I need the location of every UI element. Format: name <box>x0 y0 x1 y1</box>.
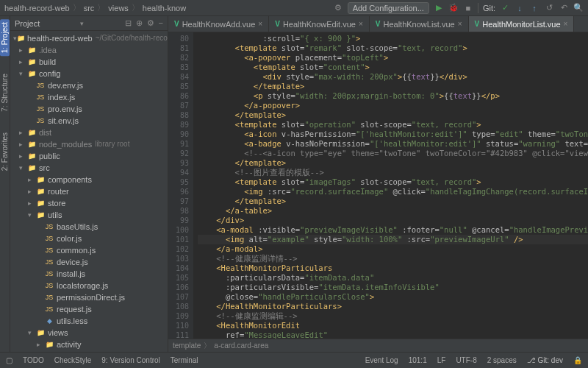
tree-row[interactable]: ▸📁node_moduleslibrary root <box>10 138 168 150</box>
tree-row[interactable]: JScolor.js <box>10 233 168 244</box>
locate-icon[interactable]: ⊕ <box>136 18 143 28</box>
tree-row[interactable]: JSdev.env.js <box>10 79 168 91</box>
expand-arrow-icon[interactable]: ▸ <box>28 185 35 197</box>
tree-row[interactable]: JSpro.env.js <box>10 103 168 115</box>
toolwindow-tab[interactable]: 1: Project <box>0 19 10 56</box>
expand-arrow-icon[interactable]: ▸ <box>19 56 26 68</box>
editor-tab[interactable]: VHealthMonitorList.vue× <box>469 16 575 32</box>
tree-row[interactable]: ▾📁config <box>10 68 168 79</box>
toolwindow-tab[interactable]: 7: Structure <box>0 71 10 115</box>
breadcrumb-segment[interactable]: views <box>108 4 129 13</box>
encoding[interactable]: UTF-8 <box>456 356 476 364</box>
bottom-toolwindow-tab[interactable]: CheckStyle <box>54 356 92 364</box>
expand-arrow-icon[interactable]: ▾ <box>19 68 26 79</box>
editor-body[interactable]: 8081828384858687888990919293949596979899… <box>168 32 588 339</box>
tree-row[interactable]: ▾📁health-record-web~/GitCode/health-reco… <box>10 32 168 44</box>
expand-arrow-icon[interactable]: ▸ <box>28 174 35 185</box>
line-sep[interactable]: LF <box>437 356 446 364</box>
expand-arrow-icon[interactable]: ▾ <box>19 162 26 174</box>
expand-arrow-icon[interactable]: ▸ <box>19 150 26 162</box>
toolwindow-tab[interactable]: 2: Favorites <box>0 130 10 174</box>
event-log[interactable]: Event Log <box>365 356 398 364</box>
vcs-update-icon[interactable]: ✓ <box>500 3 510 13</box>
file-icon: 📁 <box>26 127 37 138</box>
tree-row[interactable]: ▸📁store <box>10 197 168 209</box>
close-icon[interactable]: × <box>458 20 462 28</box>
vcs-history-icon[interactable]: ↺ <box>544 3 554 13</box>
tree-row[interactable]: ▸📁components <box>10 174 168 185</box>
breadcrumb-segment[interactable]: src <box>84 4 95 13</box>
hide-icon[interactable]: − <box>159 18 163 28</box>
tree-row[interactable]: ▾📁views <box>10 327 168 339</box>
project-view-dropdown-icon[interactable]: ▾ <box>80 20 84 27</box>
hammer-icon[interactable]: ⚙ <box>333 3 343 13</box>
toolwindow-quick[interactable]: ▢ <box>6 356 12 364</box>
tree-row[interactable]: ◆utils.less <box>10 315 168 327</box>
tree-row[interactable]: JSpermissionDirect.js <box>10 291 168 303</box>
file-icon: JS <box>35 79 46 91</box>
expand-arrow-icon[interactable]: ▸ <box>19 138 26 150</box>
close-icon[interactable]: × <box>258 20 262 28</box>
tree-row[interactable]: JSsit.env.js <box>10 115 168 127</box>
expand-arrow-icon[interactable]: ▸ <box>19 44 26 56</box>
editor-breadcrumb-segment[interactable]: template <box>173 342 201 350</box>
bottom-toolwindow-tab[interactable]: TODO <box>23 356 44 364</box>
expand-arrow-icon[interactable]: ▸ <box>37 339 44 350</box>
tree-row[interactable]: JSdevice.js <box>10 256 168 268</box>
tree-row[interactable]: JSrequest.js <box>10 303 168 315</box>
run-config-dropdown[interactable]: Add Configuration... <box>348 2 429 14</box>
tree-row[interactable]: JSbaseUtils.js <box>10 221 168 233</box>
stop-icon[interactable]: ■ <box>463 3 473 13</box>
tree-row[interactable]: ▸📁article <box>10 350 168 352</box>
close-icon[interactable]: × <box>564 20 568 28</box>
tree-row[interactable]: ▾📁src <box>10 162 168 174</box>
editor-breadcrumb-segment[interactable]: a-card.card-area <box>214 342 268 350</box>
code-content[interactable]: :scroll="{ x: 900 }"> <template slot="re… <box>193 32 588 339</box>
close-icon[interactable]: × <box>359 20 363 28</box>
tree-label: views <box>48 327 68 339</box>
bottom-toolwindow-tab[interactable]: 9: Version Control <box>101 356 160 364</box>
project-panel-header: Project ▾ ⊟ ⊕ ⚙ − <box>10 16 168 31</box>
file-icon: JS <box>35 103 46 115</box>
vcs-commit-icon[interactable]: ↓ <box>514 3 525 13</box>
editor-tab[interactable]: VHealthKnowList.vue× <box>370 16 469 32</box>
indent[interactable]: 2 spaces <box>487 356 517 364</box>
tree-row[interactable]: JSlocalstorage.js <box>10 280 168 291</box>
tree-row[interactable]: ▸📁router <box>10 185 168 197</box>
editor-tab[interactable]: VHealthKnowAdd.vue× <box>168 16 269 32</box>
project-tree[interactable]: ▾📁health-record-web~/GitCode/health-reco… <box>10 31 168 352</box>
tree-row[interactable]: ▸📁public <box>10 150 168 162</box>
lock-icon[interactable]: 🔒 <box>573 356 582 364</box>
editor-breadcrumb[interactable]: template〉a-card.card-area <box>168 339 588 352</box>
file-icon: JS <box>44 256 54 268</box>
debug-icon[interactable]: 🐞 <box>448 3 459 13</box>
editor-area: VHealthKnowAdd.vue×VHealthKnowEdit.vue×V… <box>168 16 588 352</box>
editor-tab[interactable]: VHealthKnowEdit.vue× <box>269 16 370 32</box>
expand-arrow-icon[interactable]: ▸ <box>19 127 26 138</box>
expand-arrow-icon[interactable]: ▾ <box>28 327 35 339</box>
breadcrumb-segment[interactable]: health-record-web <box>4 4 70 13</box>
vcs-revert-icon[interactable]: ↶ <box>559 3 569 13</box>
search-icon[interactable]: 🔍 <box>573 3 584 13</box>
tree-label: request.js <box>57 303 92 315</box>
tree-row[interactable]: JScommon.js <box>10 244 168 256</box>
gear-icon[interactable]: ⚙ <box>147 18 154 28</box>
expand-arrow-icon[interactable]: ▸ <box>37 350 44 352</box>
tree-row[interactable]: ▸📁dist <box>10 127 168 138</box>
run-icon[interactable]: ▶ <box>434 3 444 13</box>
breadcrumb-segment[interactable]: health-know <box>143 4 186 13</box>
expand-arrow-icon[interactable]: ▾ <box>28 209 35 221</box>
tree-row[interactable]: ▸📁activity <box>10 339 168 350</box>
file-icon: 📁 <box>26 44 37 56</box>
collapse-icon[interactable]: ⊟ <box>125 18 132 28</box>
tree-row[interactable]: ▾📁utils <box>10 209 168 221</box>
tree-row[interactable]: JSinstall.js <box>10 268 168 280</box>
tree-row[interactable]: JSindex.js <box>10 91 168 103</box>
vcs-push-icon[interactable]: ↑ <box>529 3 539 13</box>
file-icon: 📁 <box>35 185 46 197</box>
tree-row[interactable]: ▸📁build <box>10 56 168 68</box>
expand-arrow-icon[interactable]: ▸ <box>28 197 35 209</box>
tree-row[interactable]: ▸📁.idea <box>10 44 168 56</box>
bottom-toolwindow-tab[interactable]: Terminal <box>171 356 198 364</box>
git-branch[interactable]: ⎇ Git: dev <box>527 356 563 364</box>
